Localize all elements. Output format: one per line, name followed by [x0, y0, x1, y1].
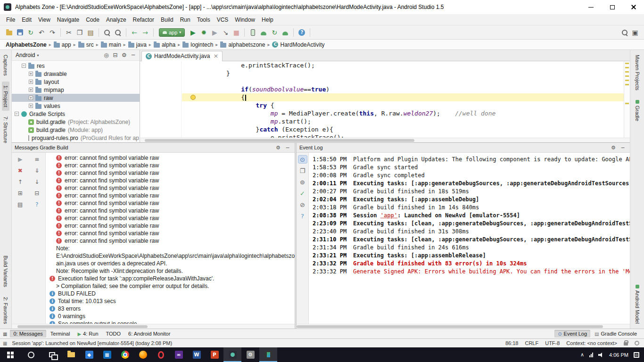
attach-debugger-icon[interactable]: ↘	[220, 27, 231, 38]
tree-expander-icon[interactable]: −	[15, 112, 19, 116]
message-row[interactable]: !error: cannot find symbol variable raw	[46, 177, 295, 184]
find-icon[interactable]	[102, 27, 112, 38]
warning-stripe-mark[interactable]	[625, 63, 629, 64]
event-log-entry[interactable]: 1:58:53 PMGradle sync started	[313, 164, 630, 172]
task-view-button[interactable]	[41, 347, 62, 362]
warning-stripe-mark[interactable]	[625, 103, 629, 104]
line-endings[interactable]: CRLF	[525, 340, 538, 346]
start-button[interactable]	[0, 347, 21, 362]
message-row[interactable]: iBUILD FAILED	[46, 290, 295, 297]
tree-expander-icon[interactable]: +	[29, 104, 33, 108]
tool-strip-button-build-variants[interactable]: Build Variants	[2, 252, 9, 291]
tree-item-build-gradle[interactable]: build.gradle (Module: app)	[12, 126, 140, 134]
message-row[interactable]: > Compilation failed; see the compiler e…	[46, 282, 295, 290]
event-log-entry[interactable]: 2:33:21 PMExecuting tasks: [:app:assembl…	[313, 252, 630, 260]
taskbar-app-visual-studio[interactable]: ∞	[170, 347, 188, 362]
event-log-entry[interactable]: 2:33:32 PMGradle build finished with 83 …	[313, 260, 630, 268]
hide-panel-icon[interactable]: ─	[283, 144, 292, 151]
breadcrumb-item-alphabetszone[interactable]: alphabetszone	[219, 41, 266, 48]
tool-strip-button-2-favorites[interactable]: 2: Favorites	[2, 293, 9, 328]
menu-build[interactable]: Build	[157, 16, 177, 24]
forward-icon[interactable]: →	[140, 27, 150, 38]
tree-expander-icon[interactable]: +	[29, 96, 33, 100]
menu-navigate[interactable]: Navigate	[54, 16, 83, 24]
tree-expander-icon[interactable]: +	[29, 88, 33, 92]
menu-vcs[interactable]: VCS	[214, 16, 232, 24]
code-line[interactable]: mp = MediaPlayer.create(this, R.raw.weld…	[182, 109, 624, 117]
editor-gutter[interactable]	[140, 61, 182, 138]
code-line[interactable]: if(soundboolvalue==true)	[182, 85, 624, 93]
event-log-entry[interactable]: 2:31:10 PMExecuting tasks: [clean, :app:…	[313, 236, 630, 244]
minimize-button[interactable]	[580, 0, 602, 14]
tree-item-mipmap[interactable]: +mipmap	[12, 86, 140, 94]
message-row[interactable]: !error: cannot find symbol variable raw	[46, 199, 295, 207]
paste-icon[interactable]: ▤	[85, 27, 96, 38]
tool-window-button-todo[interactable]: TODO	[103, 330, 124, 337]
message-row[interactable]: !error: cannot find symbol variable raw	[46, 162, 295, 169]
taskbar-app-file-explorer[interactable]	[62, 347, 80, 362]
collapse-all-icon[interactable]: ⊟	[111, 51, 120, 60]
event-log-entry[interactable]: 2:03:18 PMGradle build finished in 1m 14…	[313, 204, 630, 212]
message-row[interactable]: !error: cannot find symbol variable raw	[46, 154, 295, 162]
taskbar-app-firefox[interactable]	[134, 347, 152, 362]
message-row[interactable]: !error: cannot find symbol variable raw	[46, 192, 295, 199]
message-row[interactable]: !error: cannot find symbol variable raw	[46, 169, 295, 177]
open-icon[interactable]	[4, 27, 14, 38]
sync-icon[interactable]: ↻	[25, 27, 36, 38]
replace-icon[interactable]	[113, 27, 123, 38]
cursor-position[interactable]: 86:18	[505, 340, 519, 346]
tree-item-gradle-scripts[interactable]: −Gradle Scripts	[12, 110, 140, 118]
taskbar-search-button[interactable]	[21, 347, 41, 362]
breadcrumb-item-java[interactable]: java	[127, 41, 148, 48]
stop-icon[interactable]: ✖	[16, 167, 25, 174]
message-row[interactable]: !error: cannot find symbol variable raw	[46, 214, 295, 222]
taskbar-app-photos[interactable]: ◆	[80, 347, 98, 362]
menu-run[interactable]: Run	[177, 16, 194, 24]
undo-icon[interactable]: ↶	[36, 27, 47, 38]
warning-stripe-mark[interactable]	[625, 80, 629, 81]
taskbar-app-chrome[interactable]	[116, 347, 134, 362]
message-row[interactable]: !Execution failed for task ':app:compile…	[46, 275, 295, 282]
tree-expander-icon[interactable]: +	[29, 72, 33, 76]
taskbar-app-microsoft-store[interactable]: ▦	[98, 347, 116, 362]
code-line[interactable]: mp.start();	[182, 117, 624, 125]
event-log-entry[interactable]: 2:02:04 PMExecuting tasks: [:app:assembl…	[313, 196, 630, 204]
debug-icon[interactable]: ✹	[198, 27, 209, 38]
menu-window[interactable]: Window	[231, 16, 258, 24]
event-log-entry[interactable]: 2:33:32 PMGenerate Signed APK: Errors wh…	[313, 268, 630, 276]
warning-stripe-mark[interactable]	[625, 75, 629, 77]
scrollbar-thumb[interactable]	[145, 139, 414, 142]
message-row[interactable]: iTotal time: 10.013 secs	[46, 297, 295, 305]
warning-stripe-mark[interactable]	[625, 67, 629, 68]
code-line[interactable]: }	[182, 69, 624, 77]
cut-icon[interactable]: ✂	[64, 27, 74, 38]
menu-edit[interactable]: Edit	[18, 16, 35, 24]
tool-window-button-terminal[interactable]: Terminal	[47, 330, 74, 337]
menu-code[interactable]: Code	[83, 16, 103, 24]
message-row[interactable]: !error: cannot find symbol variable raw	[46, 222, 295, 230]
tab-hardmodeactivity[interactable]: HardModeActivity.java ×	[141, 51, 223, 61]
code-editor[interactable]: e.printStackTrace(); } if(soundboolvalue…	[140, 61, 630, 138]
memory-indicator-icon[interactable]	[635, 341, 639, 346]
message-row[interactable]: ain.java uses or overrides a deprecated …	[46, 260, 295, 267]
tree-expander-icon[interactable]: −	[22, 64, 26, 68]
tool-strip-button-android-model[interactable]: Android Model	[634, 281, 641, 328]
network-icon[interactable]	[589, 353, 593, 357]
tool-window-button-event-log[interactable]: ⊙Event Log	[554, 330, 590, 337]
breadcrumb-item-hardmodeactivity[interactable]: HardModeActivity	[271, 41, 325, 48]
tree-item-raw[interactable]: +raw	[12, 94, 140, 102]
settings-icon[interactable]: ⚙	[609, 144, 618, 151]
taskbar-app-word[interactable]: W	[188, 347, 206, 362]
show-balloons-icon[interactable]: ⊙	[298, 155, 307, 164]
warning-stripe-mark[interactable]	[625, 84, 629, 85]
previous-message-icon[interactable]: ↑	[16, 178, 25, 186]
encoding[interactable]: UTF-8	[545, 340, 560, 346]
taskbar-clock[interactable]: 4:06 PM	[609, 352, 628, 358]
copy-icon[interactable]: ❐	[74, 27, 85, 38]
lock-icon[interactable]	[624, 342, 628, 346]
code-line[interactable]: e.printStackTrace();	[182, 61, 624, 69]
breadcrumb-item-alpha[interactable]: alpha	[153, 41, 176, 48]
breadcrumb-item-logintech[interactable]: logintech	[182, 41, 214, 48]
message-row[interactable]: !error: cannot find symbol variable raw	[46, 207, 295, 214]
tree-expander-icon[interactable]: +	[29, 80, 33, 84]
